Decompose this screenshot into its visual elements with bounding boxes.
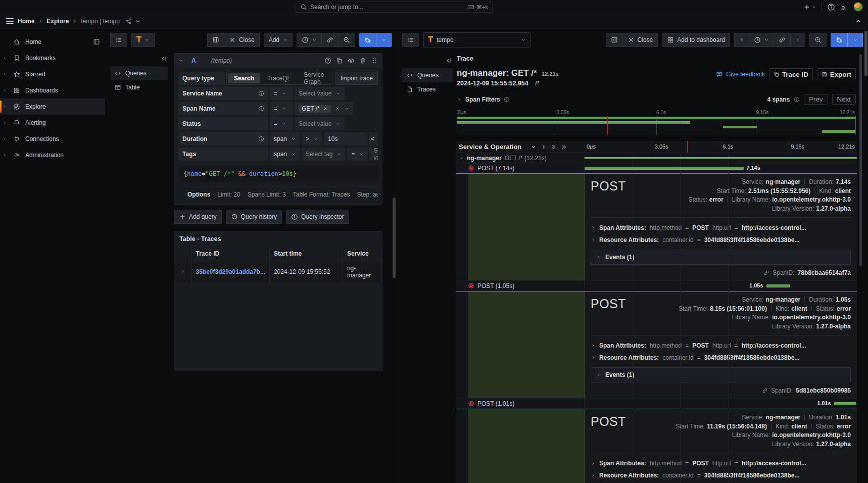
nav-item-traces[interactable]: Traces <box>402 82 453 96</box>
query-rows-button[interactable] <box>402 33 419 47</box>
link-icon[interactable] <box>762 388 768 394</box>
tags-operator[interactable]: = <box>347 148 368 161</box>
run-query-interval-button-left[interactable] <box>376 33 392 47</box>
service-name-operator[interactable]: = <box>270 87 293 100</box>
span-selection-block[interactable] <box>468 292 585 398</box>
window-scrollbar[interactable] <box>864 31 867 76</box>
drag-handle-icon[interactable] <box>371 57 378 64</box>
duration-value-input[interactable]: 10s <box>324 132 367 146</box>
copy-link-button-left[interactable] <box>321 33 338 47</box>
new-menu-button[interactable] <box>803 4 816 11</box>
share-icon[interactable] <box>125 18 132 25</box>
time-picker-button-left[interactable] <box>297 33 321 47</box>
sidebar-item-dashboards[interactable]: Dashboards <box>0 82 105 99</box>
column-trace-id[interactable]: Trace ID <box>191 247 269 261</box>
row-expander[interactable] <box>174 261 191 283</box>
query-options-row[interactable]: Options Limit: 20 Spans Limit: 3 Table F… <box>178 186 378 199</box>
trace-id-button[interactable]: Trace ID <box>769 68 813 80</box>
global-search[interactable]: Search or jump to... ⌘+k <box>296 2 493 13</box>
span-row-post-1[interactable]: POST (7.14s) 7.14s <box>456 163 857 173</box>
chevron-up-icon[interactable] <box>855 18 862 25</box>
duplicate-query-icon[interactable] <box>336 57 343 64</box>
span-row-post-3[interactable]: POST (1.01s) 1.01s <box>456 399 857 409</box>
span-filters-label[interactable]: Span Filters <box>465 96 500 103</box>
resource-attributes-row[interactable]: Resource Attributes: container.id=304fd8… <box>591 234 851 246</box>
zoom-out-button-left[interactable] <box>338 33 355 47</box>
collapse-all-icon[interactable] <box>551 144 557 150</box>
menu-toggle-button[interactable] <box>6 18 14 24</box>
trace-minimap[interactable]: 0μs 3.05s 6.1s 9.15s 12.21s <box>457 110 856 135</box>
span-bar[interactable] <box>585 167 744 170</box>
duration-operator-2[interactable]: < <box>369 132 378 146</box>
chevron-down-icon[interactable] <box>135 18 141 24</box>
events-row[interactable]: Events (1) <box>591 250 851 265</box>
span-attributes-row[interactable]: Span Attributes: http.method=POST http.u… <box>591 340 851 352</box>
sidebar-item-bookmarks[interactable]: Bookmarks <box>0 50 105 66</box>
duration-scope-select[interactable]: span <box>270 132 300 146</box>
add-query-button[interactable]: Add query <box>174 210 222 224</box>
status-operator[interactable]: = <box>270 117 293 130</box>
sidebar-item-alerting[interactable]: Alerting <box>0 115 105 131</box>
left-pane-scrollbar[interactable] <box>393 198 396 278</box>
span-selection-block[interactable] <box>468 409 585 483</box>
column-service[interactable]: Service <box>343 247 381 261</box>
remove-chip-icon[interactable] <box>323 106 328 111</box>
clear-icon[interactable] <box>335 106 340 111</box>
query-history-button[interactable]: Query history <box>226 210 282 224</box>
span-row-root[interactable]: ng-manager GET /* (12.21s) <box>456 153 857 163</box>
remove-query-icon[interactable] <box>359 57 366 64</box>
span-bar[interactable] <box>834 402 857 405</box>
split-pane-button[interactable] <box>207 33 224 47</box>
chevron-right-icon[interactable] <box>457 97 462 102</box>
sidebar-item-administration[interactable]: Administration <box>0 147 105 163</box>
breadcrumb-explore[interactable]: Explore <box>46 18 69 25</box>
next-span-button[interactable]: Next <box>832 94 856 105</box>
datasource-picker-right[interactable]: T tempo <box>423 32 531 47</box>
query-inspector-button[interactable]: Query inspector <box>286 210 349 224</box>
link-icon[interactable] <box>763 270 769 276</box>
span-name-operator[interactable]: = <box>270 102 293 115</box>
tab-service-graph[interactable]: Service Graph <box>298 70 331 87</box>
span-bar[interactable] <box>585 157 857 159</box>
news-icon[interactable] <box>840 3 848 11</box>
time-picker-button-right[interactable] <box>749 33 774 47</box>
query-editor-header[interactable]: A (tempo) <box>174 54 382 68</box>
sidebar-item-home[interactable]: Home <box>0 34 105 50</box>
nav-item-table[interactable]: Table <box>110 80 168 94</box>
collapse-one-icon[interactable] <box>531 144 537 150</box>
tab-traceql[interactable]: TraceQL <box>261 73 297 83</box>
trace-id-link[interactable]: 35be0f3d29a01adda7b... <box>196 268 265 275</box>
span-name-chip[interactable]: GET /* <box>299 105 331 113</box>
duration-operator[interactable]: > <box>302 132 322 146</box>
collapse-nav-button[interactable] <box>110 53 168 66</box>
tags-key-select[interactable]: Select tag <box>302 148 346 161</box>
trace-panel-scrollbar[interactable] <box>859 54 862 266</box>
help-icon[interactable] <box>324 57 331 64</box>
span-attributes-row[interactable]: Span Attributes: http.method=POST http.u… <box>591 457 851 469</box>
zoom-out-button-right[interactable] <box>809 33 827 47</box>
collapse-nav-button[interactable] <box>402 55 453 68</box>
resource-attributes-row[interactable]: Resource Attributes: container.id=304fd8… <box>591 469 851 481</box>
expand-one-icon[interactable] <box>541 144 547 150</box>
span-selection-block[interactable] <box>468 174 585 280</box>
nav-item-queries[interactable]: Queries <box>402 68 453 82</box>
resource-attributes-row[interactable]: Resource Attributes: container.id=304fd8… <box>591 352 851 364</box>
grafana-logo[interactable] <box>5 2 15 12</box>
run-query-button-left[interactable] <box>359 33 376 47</box>
tags-value-select[interactable]: Select va <box>369 148 378 161</box>
span-attributes-row[interactable]: Span Attributes: http.method=POST http.u… <box>591 222 851 234</box>
close-pane-button-right[interactable]: Close <box>622 33 658 47</box>
give-feedback-link[interactable]: Give feedback <box>716 71 765 78</box>
split-pane-button[interactable] <box>606 33 622 47</box>
hide-response-icon[interactable] <box>348 57 355 64</box>
import-trace-button[interactable]: Import trace <box>335 72 378 85</box>
close-pane-button-left[interactable]: Close <box>224 33 260 47</box>
events-row[interactable]: Events (1) <box>591 367 851 382</box>
add-button[interactable]: Add <box>264 33 293 47</box>
breadcrumb-home[interactable]: Home <box>18 18 34 25</box>
span-bar[interactable] <box>766 284 790 287</box>
span-row-post-2[interactable]: POST (1.05s) 1.05s <box>456 281 857 291</box>
sidebar-item-connections[interactable]: Connections <box>0 131 105 147</box>
run-query-interval-button-right[interactable] <box>848 33 863 47</box>
time-back-button[interactable] <box>734 33 749 47</box>
